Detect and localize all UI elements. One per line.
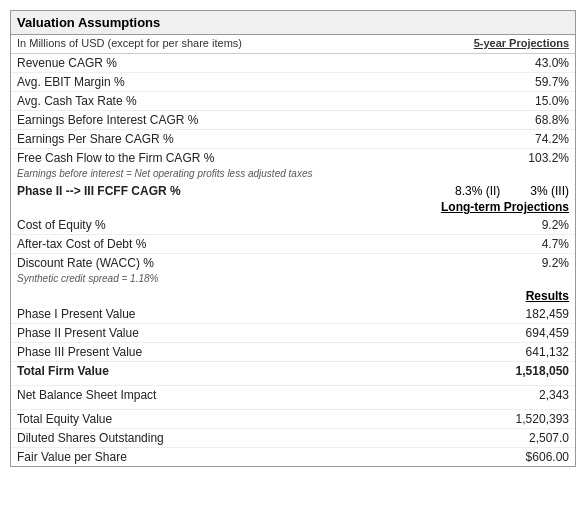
- table-row: Free Cash Flow to the Firm CAGR % 103.2%: [11, 149, 575, 167]
- table-row: Phase III Present Value 641,132: [11, 343, 575, 362]
- table-row: Total Equity Value 1,520,393: [11, 410, 575, 429]
- table-row: Earnings Per Share CAGR % 74.2%: [11, 130, 575, 149]
- long-term-header-row: Long-term Projections: [11, 200, 575, 216]
- results-section: Phase I Present Value 182,459 Phase II P…: [11, 305, 575, 380]
- final-section: Net Balance Sheet Impact 2,343: [11, 386, 575, 404]
- sub-header-row: In Millions of USD (except for per share…: [11, 35, 575, 54]
- note-credit-spread: Synthetic credit spread = 1.18%: [11, 272, 575, 287]
- five-year-section: Revenue CAGR % 43.0% Avg. EBIT Margin % …: [11, 54, 575, 167]
- note-earnings: Earnings before interest = Net operating…: [11, 167, 575, 182]
- table-title: Valuation Assumptions: [11, 11, 575, 35]
- table-row: Net Balance Sheet Impact 2,343: [11, 386, 575, 404]
- valuation-table: Valuation Assumptions In Millions of USD…: [10, 10, 576, 467]
- table-row: Avg. EBIT Margin % 59.7%: [11, 73, 575, 92]
- table-row: After-tax Cost of Debt % 4.7%: [11, 235, 575, 254]
- table-row: Total Firm Value 1,518,050: [11, 362, 575, 380]
- long-term-header-label: Long-term Projections: [441, 200, 569, 214]
- projection-header: 5-year Projections: [474, 37, 569, 49]
- results-header-label: Results: [526, 289, 569, 303]
- long-term-section-header: Phase II --> III FCFF CAGR % 8.3% (II) 3…: [11, 182, 575, 200]
- table-row: Diluted Shares Outstanding 2,507.0: [11, 429, 575, 448]
- table-row: Discount Rate (WACC) % 9.2%: [11, 254, 575, 272]
- equity-section: Total Equity Value 1,520,393 Diluted Sha…: [11, 410, 575, 466]
- results-header-row: Results: [11, 287, 575, 305]
- table-row: Earnings Before Interest CAGR % 68.8%: [11, 111, 575, 130]
- table-row: Avg. Cash Tax Rate % 15.0%: [11, 92, 575, 111]
- table-row: Cost of Equity % 9.2%: [11, 216, 575, 235]
- phase-values: 8.3% (II) 3% (III): [369, 184, 569, 198]
- table-row: Fair Value per Share $606.00: [11, 448, 575, 466]
- table-row: Phase II Present Value 694,459: [11, 324, 575, 343]
- table-row: Phase I Present Value 182,459: [11, 305, 575, 324]
- table-row: Revenue CAGR % 43.0%: [11, 54, 575, 73]
- subtitle-label: In Millions of USD (except for per share…: [17, 37, 474, 49]
- long-term-section: Cost of Equity % 9.2% After-tax Cost of …: [11, 216, 575, 272]
